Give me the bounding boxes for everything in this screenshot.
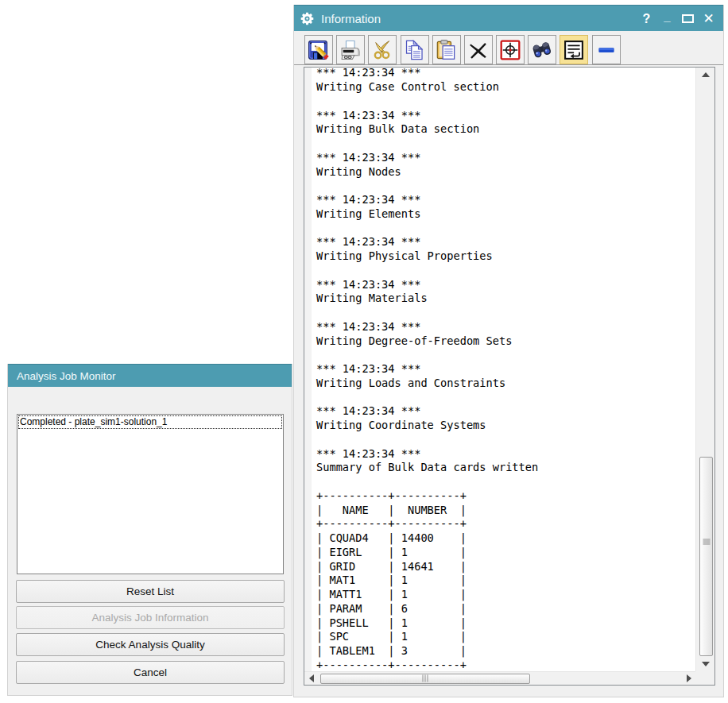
horizontal-scrollbar[interactable]: [304, 671, 695, 686]
selection-margin: [304, 68, 312, 685]
info-toolbar: [294, 31, 723, 65]
cut-icon: [371, 39, 393, 61]
ajm-title: Analysis Job Monitor: [17, 370, 116, 382]
find-icon: [531, 39, 553, 61]
help-button[interactable]: ?: [641, 13, 652, 25]
analysis-job-monitor-dialog: Analysis Job Monitor Completed - plate_s…: [7, 364, 292, 696]
copy-button[interactable]: [401, 35, 429, 64]
scroll-right-icon: [687, 674, 691, 682]
gear-icon: [300, 12, 314, 25]
word-wrap-button[interactable]: [560, 35, 588, 64]
scroll-right-button[interactable]: [682, 672, 695, 686]
cut-button[interactable]: [368, 35, 397, 64]
job-list-item[interactable]: Completed - plate_sim1-solution_1: [18, 415, 282, 429]
window-controls: ? _ ✕: [641, 6, 714, 32]
vertical-scroll-thumb[interactable]: [699, 457, 713, 656]
scrollbar-corner: [695, 671, 714, 686]
log-text: *** 14:23:34 *** Writing Case Control se…: [316, 67, 538, 673]
desktop: Analysis Job Monitor Completed - plate_s…: [0, 0, 728, 703]
print-button[interactable]: [336, 35, 365, 64]
word-wrap-icon: [563, 39, 585, 61]
save-button[interactable]: [304, 35, 333, 64]
analysis-job-information-button: Analysis Job Information: [16, 606, 285, 629]
vertical-scrollbar[interactable]: [695, 68, 714, 671]
target-button[interactable]: [496, 35, 525, 64]
close-button[interactable]: ✕: [703, 13, 714, 25]
scroll-left-button[interactable]: [304, 672, 318, 686]
target-icon: [499, 39, 521, 61]
collapse-button[interactable]: [592, 35, 621, 64]
collapse-icon: [595, 39, 618, 61]
scroll-up-button[interactable]: [696, 68, 714, 81]
maximize-button[interactable]: [682, 14, 694, 23]
delete-button[interactable]: [464, 35, 493, 64]
vertical-thumb-grip: [703, 539, 710, 546]
scroll-up-icon: [702, 72, 710, 77]
info-bottom-strip: [294, 686, 723, 697]
paste-button[interactable]: [432, 35, 461, 64]
check-analysis-quality-button[interactable]: Check Analysis Quality: [16, 633, 285, 656]
print-icon: [339, 39, 362, 61]
ajm-title-bar[interactable]: Analysis Job Monitor: [8, 364, 292, 387]
copy-icon: [404, 39, 426, 61]
scroll-down-button[interactable]: [696, 658, 714, 671]
ajm-body: Completed - plate_sim1-solution_1 Reset …: [8, 387, 292, 695]
cancel-button[interactable]: Cancel: [16, 661, 285, 684]
reset-list-button[interactable]: Reset List: [16, 580, 285, 603]
info-title-bar[interactable]: Information ? _ ✕: [294, 5, 723, 31]
scroll-down-icon: [702, 662, 710, 666]
horizontal-scroll-thumb[interactable]: [320, 674, 530, 685]
minimize-button[interactable]: _: [661, 10, 673, 22]
log-view[interactable]: *** 14:23:34 *** Writing Case Control se…: [304, 67, 715, 686]
save-icon: [308, 39, 330, 61]
paste-icon: [436, 39, 458, 61]
delete-icon: [467, 39, 490, 61]
info-title: Information: [321, 12, 381, 25]
job-list[interactable]: Completed - plate_sim1-solution_1: [17, 414, 284, 574]
information-window: Information ? _ ✕: [293, 5, 724, 697]
find-button[interactable]: [528, 35, 556, 64]
scroll-left-icon: [309, 674, 314, 682]
horizontal-thumb-grip: [422, 675, 429, 682]
